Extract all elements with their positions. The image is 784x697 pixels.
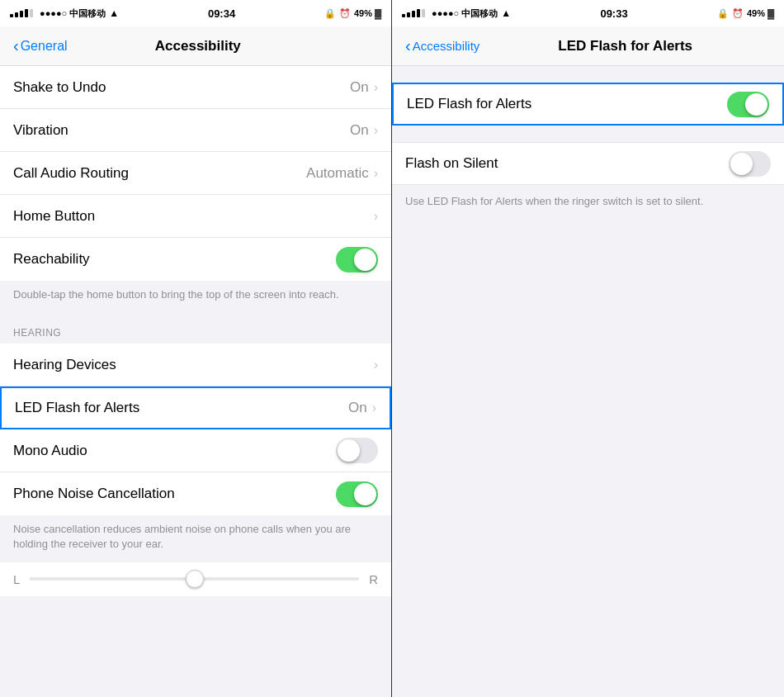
flash-silent-row[interactable]: Flash on Silent [392,142,784,185]
right-back-label[interactable]: Accessibility [413,39,480,53]
signal-dots [10,9,33,17]
left-back-label[interactable]: General [21,39,68,54]
phone-noise-label: Phone Noise Cancellation [13,486,336,502]
flash-silent-label: Flash on Silent [405,155,729,172]
dot5 [30,9,33,17]
top-settings-group: Shake to Undo On › Vibration On › Call A… [0,66,391,281]
led-flash-value: On [348,400,367,416]
right-phone-panel: ●●●●○ 中国移动 ▲ 09:33 🔒 ⏰ 49% ▓ ‹ Accessibi… [392,0,784,697]
rdot2 [407,12,410,17]
rdot4 [417,9,420,17]
flash-silent-toggle[interactable] [729,151,771,177]
left-battery: 49% ▓ [354,8,381,18]
vibration-chevron-icon: › [374,123,378,138]
home-button-chevron-icon: › [374,209,378,224]
home-button-row[interactable]: Home Button › [0,195,391,238]
led-flash-chevron-icon: › [372,401,376,415]
rdot5 [422,9,425,17]
audio-left-label: L [13,572,20,586]
call-audio-chevron-icon: › [374,166,378,181]
dot4 [25,9,28,17]
right-nav-bar: ‹ Accessibility LED Flash for Alerts [392,26,784,66]
left-content: Shake to Undo On › Vibration On › Call A… [0,66,391,697]
shake-value: On [350,79,369,96]
dot3 [20,11,23,17]
left-time: 09:34 [208,7,235,20]
left-nav-bar: ‹ General Accessibility [0,26,391,66]
phone-noise-description: Noise cancellation reduces ambient noise… [0,515,391,562]
phone-noise-toggle[interactable] [336,481,378,507]
led-flash-label: LED Flash for Alerts [15,400,348,416]
mono-audio-toggle-knob [338,439,360,462]
shake-to-undo-row[interactable]: Shake to Undo On › [0,66,391,109]
audio-slider-thumb[interactable] [186,570,204,588]
hearing-devices-chevron-icon: › [374,358,378,372]
left-wifi-icon: ▲ [109,7,119,19]
hearing-devices-row[interactable]: Hearing Devices › [0,344,391,386]
hearing-settings-group: Hearing Devices › LED Flash for Alerts O… [0,344,391,515]
shake-chevron-icon: › [374,80,378,95]
flash-silent-toggle-knob [730,153,753,175]
dot2 [15,12,18,17]
vibration-value: On [350,122,369,139]
call-audio-label: Call Audio Routing [13,165,306,182]
vibration-row[interactable]: Vibration On › [0,109,391,152]
dot1 [10,14,13,17]
left-status-bar: ●●●●○ 中国移动 ▲ 09:34 🔒 ⏰ 49% ▓ [0,0,391,26]
led-flash-detail-toggle-knob [745,93,767,116]
right-status-bar: ●●●●○ 中国移动 ▲ 09:33 🔒 ⏰ 49% ▓ [392,0,784,26]
right-signal-dots [402,9,425,17]
right-back-chevron-icon: ‹ [405,36,411,55]
right-nav-title: LED Flash for Alerts [479,38,771,55]
audio-slider-track[interactable] [30,577,359,581]
vibration-label: Vibration [13,122,350,139]
reachability-label: Reachability [13,251,336,268]
audio-right-label: R [369,572,378,586]
right-right-icons: 🔒 ⏰ 49% ▓ [717,8,774,19]
mono-audio-toggle[interactable] [336,438,378,463]
right-signal: ●●●●○ 中国移动 ▲ [402,7,511,20]
hearing-section-header: HEARING [0,312,391,344]
right-carrier: ●●●●○ 中国移动 [432,7,498,20]
call-audio-row[interactable]: Call Audio Routing Automatic › [0,152,391,195]
mono-audio-row[interactable]: Mono Audio [0,429,391,472]
flash-silent-group: Flash on Silent Use LED Flash for Alerts… [392,142,784,223]
home-button-label: Home Button [13,208,374,225]
rdot3 [412,11,415,17]
right-alarm-icon: ⏰ [732,8,744,19]
left-carrier: ●●●●○ 中国移动 [40,7,106,20]
left-alarm-icon: ⏰ [339,8,351,19]
left-right-icons: 🔒 ⏰ 49% ▓ [324,8,381,19]
led-flash-detail-row[interactable]: LED Flash for Alerts [392,83,784,126]
phone-noise-toggle-knob [354,483,376,505]
left-phone-panel: ●●●●○ 中国移动 ▲ 09:34 🔒 ⏰ 49% ▓ ‹ General A… [0,0,392,697]
reachability-description: Double-tap the home button to bring the … [0,281,391,312]
reachability-toggle[interactable] [336,247,378,273]
left-signal: ●●●●○ 中国移动 ▲ [10,7,119,20]
audio-slider-fill [30,577,194,581]
right-wifi-icon: ▲ [501,7,511,19]
reachability-toggle-knob [354,249,376,271]
led-flash-detail-toggle[interactable] [727,92,769,117]
led-flash-detail-label: LED Flash for Alerts [407,96,727,112]
phone-noise-row[interactable]: Phone Noise Cancellation [0,472,391,515]
right-battery: 49% ▓ [747,8,774,18]
right-lock-icon: 🔒 [717,8,729,19]
reachability-row[interactable]: Reachability [0,238,391,281]
rdot1 [402,14,405,17]
audio-slider-group: L R [0,562,391,596]
left-nav-title: Accessibility [68,38,328,55]
hearing-devices-label: Hearing Devices [13,357,374,373]
left-lock-icon: 🔒 [324,8,336,19]
flash-silent-description: Use LED Flash for Alerts when the ringer… [392,185,784,223]
shake-label: Shake to Undo [13,79,350,96]
right-content: LED Flash for Alerts Flash on Silent Use… [392,66,784,697]
mono-audio-label: Mono Audio [13,443,336,459]
led-flash-row[interactable]: LED Flash for Alerts On › [0,386,391,429]
right-back-button[interactable]: ‹ Accessibility [405,36,479,55]
left-back-button[interactable]: ‹ General [13,36,68,55]
right-time: 09:33 [600,7,627,20]
left-back-chevron-icon: ‹ [13,36,19,55]
call-audio-value: Automatic [306,165,369,182]
